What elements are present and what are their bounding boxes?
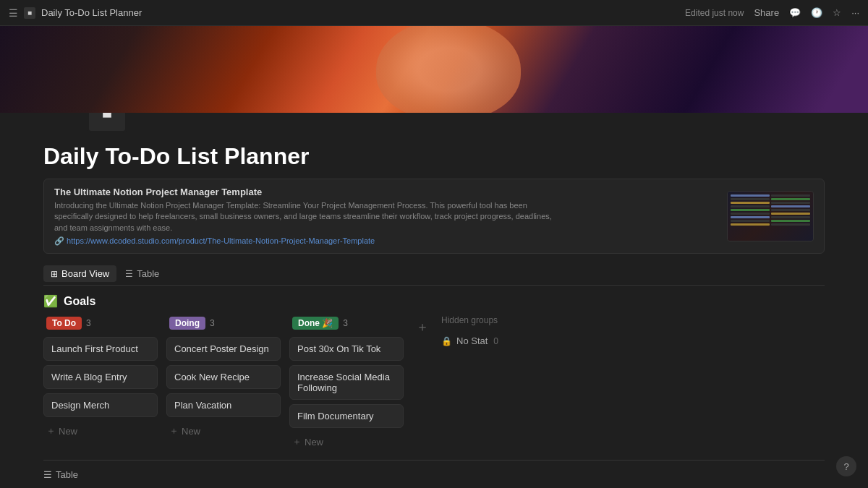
plus-icon-done: ＋ (292, 435, 302, 448)
top-bar-title: Daily To-Do List Planner (41, 7, 142, 18)
goals-icon: ✅ (43, 294, 58, 308)
column-todo-header: To Do 3 (43, 315, 158, 331)
embed-link[interactable]: 🔗 https://www.dcoded.studio.com/product/… (54, 236, 712, 246)
card-design-merch[interactable]: Design Merch (43, 393, 158, 417)
share-button[interactable]: Share (754, 7, 779, 18)
more-icon[interactable]: ··· (851, 7, 859, 18)
star-icon[interactable]: ☆ (833, 7, 841, 18)
page-icon-area: ■ (87, 113, 825, 133)
card-cook-recipe[interactable]: Cook New Recipe (166, 365, 281, 389)
clock-icon[interactable]: 🕐 (811, 7, 822, 18)
badge-todo: To Do (46, 317, 82, 330)
help-button[interactable]: ? (836, 456, 856, 476)
embed-description: Introducing the Ultimate Notion Project … (54, 200, 561, 234)
lock-icon: 🔒 (441, 336, 452, 346)
tab-table[interactable]: ☰ Table (118, 265, 166, 282)
todo-add-new[interactable]: ＋ New (43, 421, 158, 440)
column-doing: Doing 3 Concert Poster Design Cook New R… (166, 315, 281, 440)
card-film-documentary[interactable]: Film Documentary (289, 404, 404, 428)
section-divider (43, 460, 825, 461)
add-column-button[interactable]: ＋ (412, 317, 433, 337)
table-icon: ☰ (125, 269, 133, 279)
todo-count: 3 (86, 318, 91, 328)
page-title: Daily To-Do List Planner (43, 143, 825, 170)
table-section: ☰ Table 🔴 Hourly Planner Aa ☰sun ☰mon ☰t… (43, 469, 825, 488)
badge-doing: Doing (169, 317, 205, 330)
menu-icon[interactable]: ☰ (9, 7, 18, 19)
done-count: 3 (343, 318, 348, 328)
no-stat-item[interactable]: 🔒 No Stat 0 (441, 335, 542, 346)
goals-label: Goals (64, 295, 95, 308)
doing-add-new[interactable]: ＋ New (166, 421, 281, 440)
column-done: Done 🎉 3 Post 30x On Tik Tok Increase So… (289, 315, 404, 451)
card-concert-poster[interactable]: Concert Poster Design (166, 337, 281, 361)
board-container: To Do 3 Launch First Product Write A Blo… (43, 315, 825, 451)
doing-count: 3 (210, 318, 215, 328)
card-social-media[interactable]: Increase Social Media Following (289, 365, 404, 400)
page-icon-small: ■ (24, 7, 35, 19)
link-icon: 🔗 (54, 236, 64, 245)
top-bar-left: ☰ ■ Daily To-Do List Planner (9, 7, 142, 19)
main-content: ■ Daily To-Do List Planner The Ultimate … (0, 113, 868, 488)
column-done-header: Done 🎉 3 (289, 315, 404, 331)
table-tab-label: Table (56, 469, 78, 480)
edited-status: Edited just now (685, 8, 744, 18)
comment-icon[interactable]: 💬 (789, 7, 801, 18)
card-tiktok[interactable]: Post 30x On Tik Tok (289, 337, 404, 361)
plus-icon: ＋ (46, 424, 56, 437)
card-plan-vacation[interactable]: Plan Vacation (166, 393, 281, 417)
view-tabs: ⊞ Board View ☰ Table (43, 265, 825, 286)
card-write-blog[interactable]: Write A Blog Entry (43, 365, 158, 389)
card-launch-first-product[interactable]: Launch First Product (43, 337, 158, 361)
goals-heading: ✅ Goals (43, 294, 825, 308)
hidden-groups-label: Hidden groups (441, 315, 542, 325)
badge-done: Done 🎉 (292, 317, 339, 330)
board-icon: ⊞ (51, 269, 58, 279)
page-icon-symbol: ■ (102, 113, 113, 123)
done-add-new[interactable]: ＋ New (289, 432, 404, 451)
embed-card: The Ultimate Notion Project Manager Temp… (43, 179, 825, 254)
embed-card-left: The Ultimate Notion Project Manager Temp… (54, 187, 712, 246)
tab-board-view[interactable]: ⊞ Board View (43, 265, 116, 282)
hidden-groups: Hidden groups 🔒 No Stat 0 (441, 315, 542, 346)
column-todo: To Do 3 Launch First Product Write A Blo… (43, 315, 158, 440)
plus-icon-doing: ＋ (169, 424, 179, 437)
no-stat-label: No Stat (456, 335, 488, 346)
column-doing-header: Doing 3 (166, 315, 281, 331)
embed-title: The Ultimate Notion Project Manager Temp… (54, 187, 712, 197)
table-tab-icon: ☰ (43, 469, 52, 480)
top-bar: ☰ ■ Daily To-Do List Planner Edited just… (0, 0, 868, 26)
no-stat-count: 0 (493, 336, 498, 346)
top-bar-right: Edited just now Share 💬 🕐 ☆ ··· (685, 7, 859, 18)
table-view-tab[interactable]: ☰ Table (43, 469, 825, 480)
hero-decoration (376, 26, 521, 113)
hero-banner (0, 26, 868, 113)
page-icon[interactable]: ■ (87, 113, 127, 133)
embed-preview (727, 191, 814, 241)
